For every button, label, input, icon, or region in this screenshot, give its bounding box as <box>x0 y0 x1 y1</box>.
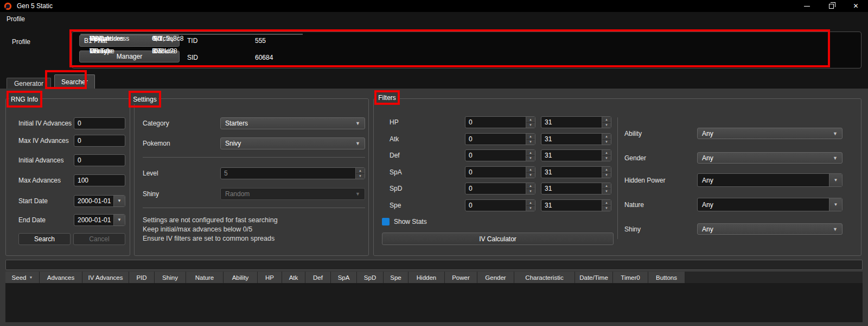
text-input-initial-iv-advances[interactable]: 0 <box>74 117 125 129</box>
spin-up-icon[interactable]: ▲ <box>526 134 535 140</box>
iv-min-def[interactable]: 0▲▼ <box>465 149 535 161</box>
spin-up-icon[interactable]: ▲ <box>602 117 611 123</box>
dropdown-button[interactable]: ▼ <box>829 174 842 186</box>
spin-up-icon[interactable]: ▲ <box>602 200 611 206</box>
iv-max-spd[interactable]: 31▲▼ <box>541 183 611 195</box>
column-header-pid[interactable]: PID <box>129 272 155 283</box>
iv-calculator-button[interactable]: IV Calculator <box>382 233 614 245</box>
column-header-spd[interactable]: SpD <box>357 272 384 283</box>
spin-up-icon[interactable]: ▲ <box>356 168 365 174</box>
tab-searcher[interactable]: Searcher <box>54 74 95 89</box>
column-header-advances[interactable]: Advances <box>40 272 82 283</box>
calendar-dropdown-button[interactable]: ▼ <box>113 215 125 225</box>
cancel-button[interactable]: Cancel <box>73 233 125 245</box>
spin-down-icon[interactable]: ▼ <box>526 173 535 178</box>
menu-profile[interactable]: Profile <box>7 15 25 23</box>
text-input-max-advances[interactable]: 100 <box>74 174 125 186</box>
spin-down-icon[interactable]: ▼ <box>526 140 535 145</box>
dropdown-button[interactable]: ▼ <box>829 198 842 211</box>
column-header-hp[interactable]: HP <box>258 272 282 283</box>
spin-down-icon[interactable]: ▼ <box>602 140 611 145</box>
calendar-dropdown-button[interactable]: ▼ <box>113 196 125 206</box>
profile-field-label: SID <box>187 54 255 61</box>
spin-up-icon[interactable]: ▲ <box>602 183 611 189</box>
date-input-end-date[interactable]: 2000-01-01▼ <box>74 214 125 226</box>
profile-field-keypresses: Keypresses0, 1, 2 <box>90 35 303 42</box>
spin-up-icon[interactable]: ▲ <box>526 183 535 189</box>
text-input-initial-advances[interactable]: 0 <box>74 154 125 166</box>
column-header-ability[interactable]: Ability <box>224 272 258 283</box>
spin-up-icon[interactable]: ▲ <box>526 150 535 156</box>
spin-up-icon[interactable]: ▲ <box>602 134 611 140</box>
spin-up-icon[interactable]: ▲ <box>602 150 611 156</box>
pokemon-label: Pokemon <box>143 140 220 147</box>
search-button[interactable]: Search <box>18 233 71 245</box>
iv-max-def[interactable]: 31▲▼ <box>541 149 611 161</box>
iv-min-spd[interactable]: 0▲▼ <box>465 183 535 195</box>
category-select[interactable]: Starters ▼ <box>220 117 365 129</box>
column-header-shiny[interactable]: Shiny <box>155 272 186 283</box>
column-header-power[interactable]: Power <box>445 272 477 283</box>
pokemon-select[interactable]: Snivy ▼ <box>220 137 365 149</box>
dropdown-gender[interactable]: Any▼ <box>697 152 843 164</box>
spin-down-icon[interactable]: ▼ <box>526 206 535 211</box>
category-label: Category <box>143 120 220 127</box>
iv-min-hp[interactable]: 0▲▼ <box>465 116 535 128</box>
column-header-spa[interactable]: SpA <box>331 272 357 283</box>
column-header-label: Nature <box>195 274 214 281</box>
spin-up-icon[interactable]: ▲ <box>526 167 535 173</box>
column-header-characteristic[interactable]: Characteristic <box>514 272 575 283</box>
field-label: SpA <box>390 168 465 176</box>
column-header-gender[interactable]: Gender <box>477 272 514 283</box>
column-header-seed[interactable]: Seed▼ <box>5 272 40 283</box>
spin-down-icon[interactable]: ▼ <box>602 206 611 211</box>
column-header-timer0[interactable]: Timer0 <box>613 272 648 283</box>
spin-up-icon[interactable]: ▲ <box>526 117 535 123</box>
iv-max-spa[interactable]: 31▲▼ <box>541 166 611 178</box>
column-header-def[interactable]: Def <box>305 272 331 283</box>
spin-down-icon[interactable]: ▼ <box>602 173 611 178</box>
close-button[interactable]: ✕ <box>844 0 868 12</box>
column-header-date-time[interactable]: Date/Time <box>575 272 613 283</box>
spin-down-icon[interactable]: ▼ <box>526 123 535 128</box>
level-spinner[interactable]: 5 ▲ ▼ <box>220 167 365 179</box>
iv-max-atk[interactable]: 31▲▼ <box>541 133 611 145</box>
iv-max-hp[interactable]: 31▲▼ <box>541 116 611 128</box>
restore-button[interactable] <box>819 0 844 12</box>
profile-field-label: Game <box>90 47 152 55</box>
iv-min-atk[interactable]: 0▲▼ <box>465 133 535 145</box>
column-header-spe[interactable]: Spe <box>384 272 409 283</box>
column-header-hidden[interactable]: Hidden <box>409 272 445 283</box>
dropdown-ability[interactable]: Any▼ <box>697 128 843 139</box>
show-stats-checkbox[interactable] <box>382 218 390 225</box>
text-input-max-iv-advances[interactable]: 0 <box>74 135 125 147</box>
minimize-button[interactable] <box>795 0 819 12</box>
field-label: Gender <box>624 154 697 162</box>
dropdown-nature[interactable]: Any▼ <box>697 198 843 211</box>
column-header-buttons[interactable]: Buttons <box>648 272 685 283</box>
spin-up-icon[interactable]: ▲ <box>602 167 611 173</box>
spin-down-icon[interactable]: ▼ <box>356 174 365 179</box>
level-row: Level 5 ▲ ▼ <box>143 167 365 179</box>
column-header-nature[interactable]: Nature <box>186 272 224 283</box>
dropdown-hidden-power[interactable]: Any▼ <box>697 173 843 187</box>
spin-down-icon[interactable]: ▼ <box>602 123 611 128</box>
shiny-select[interactable]: Random ▼ <box>220 188 365 200</box>
iv-max-spe[interactable]: 31▲▼ <box>541 199 611 211</box>
tab-generator[interactable]: Generator <box>7 78 51 89</box>
spin-down-icon[interactable]: ▼ <box>602 156 611 161</box>
iv-min-spa[interactable]: 0▲▼ <box>465 166 535 178</box>
iv-min-spe[interactable]: 0▲▼ <box>465 199 535 211</box>
spin-down-icon[interactable]: ▼ <box>526 156 535 161</box>
iv-max-atk-value: 31 <box>541 134 602 145</box>
spin-down-icon[interactable]: ▼ <box>526 189 535 195</box>
column-header-iv-advances[interactable]: IV Advances <box>82 272 129 283</box>
spin-down-icon[interactable]: ▼ <box>602 189 611 195</box>
rng-row-max-advances: Max Advances100 <box>18 174 125 186</box>
iv-min-hp-value: 0 <box>465 117 526 128</box>
spin-up-icon[interactable]: ▲ <box>526 200 535 206</box>
dropdown-shiny[interactable]: Any▼ <box>697 223 843 235</box>
tab-bar: GeneratorSearcher <box>7 72 95 89</box>
date-input-start-date[interactable]: 2000-01-01▼ <box>74 195 125 207</box>
column-header-atk[interactable]: Atk <box>282 272 305 283</box>
